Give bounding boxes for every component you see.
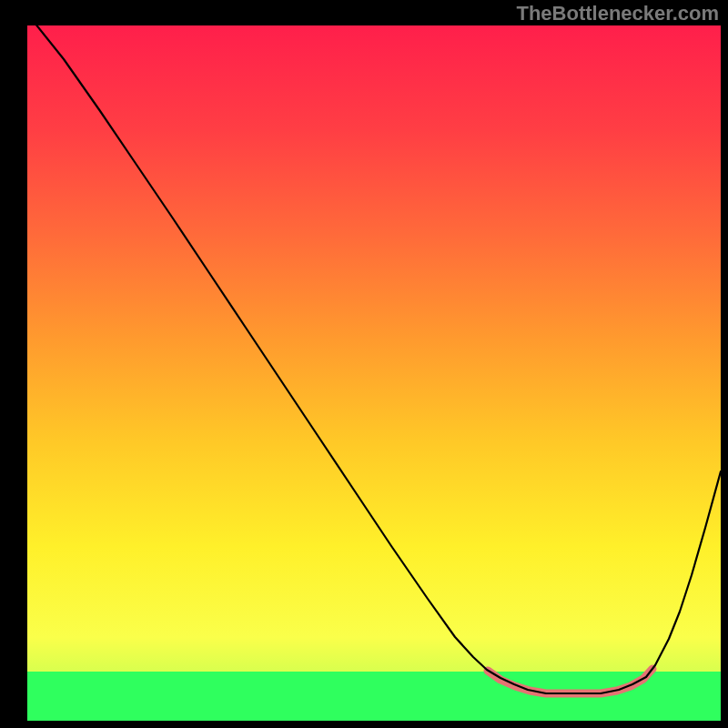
plot-area (27, 14, 721, 721)
watermark-text: TheBottlenecker.com (516, 2, 719, 25)
chart-container: TheBottlenecker.com (0, 0, 728, 728)
gradient-background (27, 25, 721, 721)
green-band (27, 672, 721, 721)
bottleneck-chart (0, 0, 728, 728)
